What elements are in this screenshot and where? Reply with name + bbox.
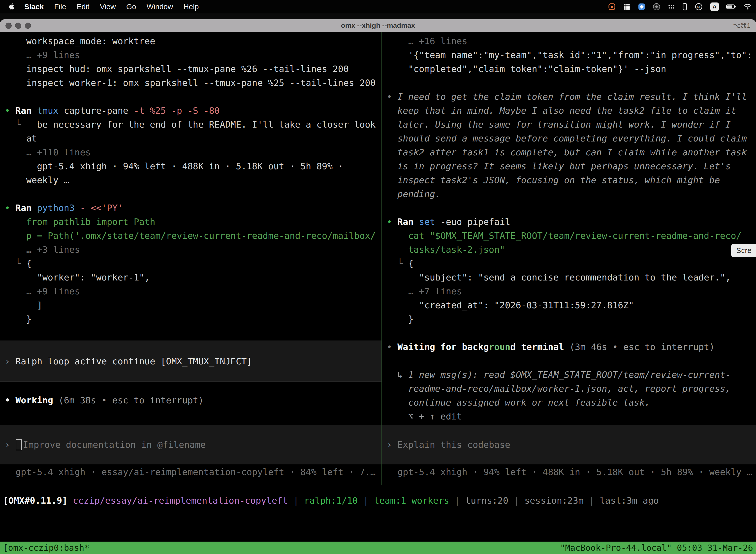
terminal-line: • Ran tmux capture-pane -t %25 -p -S -80 bbox=[5, 104, 381, 118]
terminal-line: task2 after task1 is complete, but can I… bbox=[387, 146, 756, 159]
composer-left-placeholder: Improve documentation in @filename bbox=[23, 440, 206, 450]
terminal-line bbox=[387, 201, 756, 215]
apple-menu-icon[interactable] bbox=[8, 3, 14, 10]
terminal-line: • Waiting for background terminal (3m 46… bbox=[387, 340, 756, 354]
terminal-line: workspace_mode: worktree bbox=[5, 34, 381, 48]
terminal-line: … +3 lines bbox=[5, 243, 381, 257]
text-segment: Working bbox=[15, 395, 53, 405]
input-source-icon[interactable]: A bbox=[710, 2, 719, 11]
blue-app-icon[interactable] bbox=[638, 3, 645, 10]
battery-icon[interactable] bbox=[726, 4, 736, 9]
text-segment: weekly … bbox=[5, 175, 69, 185]
terminal-line: later. Using the same for transition mig… bbox=[387, 118, 756, 131]
menu-item[interactable]: Help bbox=[184, 2, 199, 11]
text-cursor bbox=[16, 439, 22, 450]
terminal-line: "worker": "worker-1", bbox=[5, 271, 381, 284]
text-segment: - <<'PY' bbox=[80, 203, 123, 213]
text-segment: inspect task2's JSON, focusing on the st… bbox=[387, 175, 720, 185]
text-segment: { bbox=[408, 258, 414, 269]
composer-left-input[interactable]: › Improve documentation in @filename bbox=[0, 425, 381, 464]
text-segment: set bbox=[419, 217, 441, 227]
wifi-icon[interactable] bbox=[744, 4, 752, 10]
omx-status-line: [OMX#0.11.9] cczip/essay/ai-reimplementa… bbox=[3, 494, 659, 508]
terminal-line: '{"team_name":"my-team","task_id":"1","f… bbox=[387, 48, 756, 62]
screen-tooltip-fragment: Scre bbox=[731, 244, 756, 257]
text-segment: should send a message before completing … bbox=[387, 133, 747, 144]
text-segment: └ bbox=[5, 119, 26, 129]
text-segment: • bbox=[387, 217, 397, 227]
close-button[interactable] bbox=[5, 22, 12, 29]
window-controls bbox=[5, 19, 31, 32]
text-segment: continue assigned work or next feasible … bbox=[387, 397, 650, 407]
terminal-line bbox=[387, 326, 756, 340]
prompt-icon: › bbox=[5, 440, 15, 450]
text-segment: └ bbox=[5, 258, 26, 269]
text-segment: … +3 lines bbox=[5, 244, 80, 255]
dots-grid-icon[interactable] bbox=[668, 4, 675, 9]
text-segment: task2 after task1 is complete, but can I… bbox=[387, 147, 747, 157]
menu-item[interactable]: Edit bbox=[77, 2, 89, 11]
text-segment: d terminal bbox=[510, 342, 564, 352]
terminal-line: is in progress? It seems likely but perh… bbox=[387, 159, 756, 173]
text-segment: "worker": "worker-1", bbox=[5, 272, 150, 282]
terminal-line: └ { bbox=[5, 257, 381, 271]
pane-left[interactable]: workspace_mode: worktree … +9 lines insp… bbox=[0, 32, 381, 485]
text-segment: '{"team_name":"my-team","task_id":"1","f… bbox=[387, 50, 752, 60]
terminal-line: … +9 lines bbox=[5, 48, 381, 62]
text-segment: tasks/task-2.json" bbox=[387, 244, 505, 255]
text-segment: └ bbox=[387, 258, 408, 269]
text-segment: 1 new msg(s): read $OMX_TEAM_STATE_ROOT/… bbox=[408, 370, 731, 380]
terminal-window: omx --xhigh --madmax ⌥⌘1 workspace_mode:… bbox=[0, 19, 756, 554]
grid-icon[interactable] bbox=[623, 3, 630, 10]
menu-item[interactable]: File bbox=[54, 2, 66, 11]
menu-item[interactable]: Go bbox=[126, 2, 136, 11]
terminal-line: at bbox=[5, 131, 381, 146]
window-titlebar[interactable]: omx --xhigh --madmax ⌥⌘1 bbox=[0, 19, 756, 32]
terminal-line: } bbox=[387, 312, 756, 326]
terminal-line: inspect_worker-1: omx sparkshell --tmux-… bbox=[5, 76, 381, 90]
text-segment: at bbox=[5, 133, 37, 144]
text-segment: p = Path('.omx/state/team/review-current… bbox=[5, 231, 376, 241]
terminal-line: keep that in mind. Maybe I also need the… bbox=[387, 104, 756, 118]
screen-recording-indicator-icon[interactable] bbox=[608, 3, 616, 10]
terminal-line: … +110 lines bbox=[5, 146, 381, 159]
menu-item[interactable]: View bbox=[100, 2, 116, 11]
prompt-icon: › bbox=[387, 440, 397, 450]
text-segment: workspace_mode: worktree bbox=[5, 36, 155, 46]
menu-bar: SlackFileEditViewGoWindowHelp 61 bbox=[0, 0, 756, 13]
composer-left-active[interactable]: › Ralph loop active continue [OMX_TMUX_I… bbox=[0, 340, 381, 382]
window-title: omx --xhigh --madmax bbox=[0, 21, 756, 30]
text-segment: • bbox=[5, 106, 15, 116]
text-segment: be necessary for the end of the README. … bbox=[26, 119, 376, 129]
terminal-line: • Working (6m 38s • esc to interrupt) bbox=[5, 393, 204, 407]
zoom-button[interactable] bbox=[25, 22, 31, 29]
terminal-line: } bbox=[5, 312, 381, 326]
menu-item[interactable]: Window bbox=[146, 2, 173, 11]
text-segment: ⌥ + ↑ edit bbox=[387, 411, 462, 422]
text-segment bbox=[387, 356, 392, 366]
terminal-line: [OMX#0.11.9] cczip/essay/ai-reimplementa… bbox=[3, 494, 659, 508]
device-icon[interactable] bbox=[683, 3, 687, 10]
battery-percent-icon[interactable]: 61 bbox=[694, 2, 703, 11]
text-segment: • bbox=[5, 203, 15, 213]
menu-item[interactable]: Slack bbox=[24, 2, 44, 11]
terminal-line bbox=[5, 90, 381, 104]
text-segment: (3m 46s • esc to interrupt) bbox=[564, 342, 714, 352]
pane-bottom-border bbox=[0, 485, 756, 485]
desktop: SlackFileEditViewGoWindowHelp 61 bbox=[0, 0, 756, 554]
minimize-button[interactable] bbox=[15, 22, 21, 29]
text-segment bbox=[5, 189, 10, 199]
terminal-line: ↳ 1 new msg(s): read $OMX_TEAM_STATE_ROO… bbox=[387, 368, 756, 382]
terminal-line bbox=[387, 354, 756, 368]
composer-right-placeholder: Explain this codebase bbox=[397, 440, 510, 450]
text-segment: is in progress? It seems likely but perh… bbox=[387, 161, 731, 171]
terminal-line: "completed","claim_token":"claim-token"}… bbox=[387, 62, 756, 76]
dark-app-icon[interactable] bbox=[653, 3, 660, 10]
prompt-icon: › bbox=[5, 356, 15, 366]
tmux-host-clock: "MacBook-Pro-44.local" 05:03 31-Mar-26 bbox=[560, 543, 753, 553]
text-segment: … +9 lines bbox=[5, 50, 80, 60]
terminal-line: continue assigned work or next feasible … bbox=[387, 396, 756, 409]
terminal-line: … +16 lines bbox=[387, 34, 756, 48]
pane-right[interactable]: … +16 lines '{"team_name":"my-team","tas… bbox=[382, 32, 756, 485]
composer-right-input[interactable]: › Explain this codebase bbox=[382, 425, 756, 464]
